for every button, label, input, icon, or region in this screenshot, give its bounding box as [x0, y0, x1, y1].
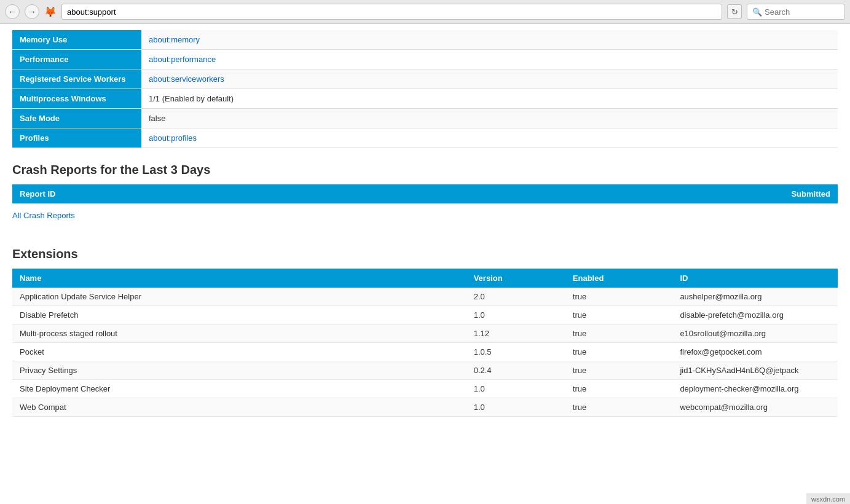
ext-col-id: ID: [672, 269, 838, 288]
table-row: Multi-process staged rollout1.12truee10s…: [12, 325, 838, 343]
info-link[interactable]: about:profiles: [149, 133, 197, 143]
ext-cell-version: 0.2.4: [466, 361, 565, 380]
page-content: Memory Useabout:memoryPerformanceabout:p…: [0, 24, 850, 429]
ext-cell-enabled: true: [565, 343, 673, 361]
crash-col-report-id: Report ID: [12, 184, 549, 203]
ext-col-enabled: Enabled: [565, 269, 673, 288]
ext-cell-enabled: true: [565, 306, 673, 325]
extensions-table: Name Version Enabled ID Application Upda…: [12, 269, 838, 417]
info-link[interactable]: about:memory: [149, 35, 200, 44]
ext-cell-name: Pocket: [12, 343, 466, 361]
ext-cell-version: 1.12: [466, 325, 565, 343]
ext-cell-version: 1.0: [466, 380, 565, 398]
info-link[interactable]: about:performance: [149, 55, 216, 64]
info-table: Memory Useabout:memoryPerformanceabout:p…: [12, 30, 838, 148]
table-row: Multiprocess Windows1/1 (Enabled by defa…: [12, 89, 838, 109]
info-label: Safe Mode: [12, 109, 141, 128]
ext-cell-enabled: true: [565, 288, 673, 306]
info-value[interactable]: about:profiles: [141, 128, 838, 148]
extensions-section-heading: Extensions: [12, 247, 838, 261]
ext-cell-version: 2.0: [466, 288, 565, 306]
table-row: Site Deployment Checker1.0truedeployment…: [12, 380, 838, 398]
table-row: Memory Useabout:memory: [12, 30, 838, 50]
ext-cell-version: 1.0: [466, 306, 565, 325]
info-value[interactable]: about:memory: [141, 30, 838, 50]
info-value: false: [141, 109, 838, 128]
ext-cell-id: e10srollout@mozilla.org: [672, 325, 838, 343]
ext-cell-name: Application Update Service Helper: [12, 288, 466, 306]
address-bar[interactable]: [61, 4, 722, 20]
table-row: Privacy Settings0.2.4truejid1-CKHySAadH4…: [12, 361, 838, 380]
ext-cell-id: jid1-CKHySAadH4nL6Q@jetpack: [672, 361, 838, 380]
table-row: Profilesabout:profiles: [12, 128, 838, 148]
back-button[interactable]: ←: [5, 4, 20, 19]
ext-cell-version: 1.0: [466, 398, 565, 417]
ext-cell-id: aushelper@mozilla.org: [672, 288, 838, 306]
search-box: 🔍: [747, 4, 845, 20]
ext-col-name: Name: [12, 269, 466, 288]
search-input[interactable]: [765, 7, 840, 17]
ext-cell-name: Site Deployment Checker: [12, 380, 466, 398]
info-value: 1/1 (Enabled by default): [141, 89, 838, 109]
info-label: Registered Service Workers: [12, 69, 141, 89]
info-label: Multiprocess Windows: [12, 89, 141, 109]
info-label: Profiles: [12, 128, 141, 148]
crash-section-heading: Crash Reports for the Last 3 Days: [12, 163, 838, 177]
crash-table: Report ID Submitted: [12, 184, 838, 203]
ext-cell-enabled: true: [565, 361, 673, 380]
reload-button[interactable]: ↻: [727, 4, 742, 19]
table-row: Performanceabout:performance: [12, 50, 838, 69]
ext-cell-enabled: true: [565, 325, 673, 343]
ext-cell-name: Privacy Settings: [12, 361, 466, 380]
table-row: Registered Service Workersabout:servicew…: [12, 69, 838, 89]
ext-cell-id: webcompat@mozilla.org: [672, 398, 838, 417]
info-label: Memory Use: [12, 30, 141, 50]
browser-toolbar: ← → 🦊 ↻ 🔍: [0, 0, 850, 24]
ext-col-version: Version: [466, 269, 565, 288]
ext-cell-id: deployment-checker@mozilla.org: [672, 380, 838, 398]
table-row: Disable Prefetch1.0truedisable-prefetch@…: [12, 306, 838, 325]
ext-cell-name: Disable Prefetch: [12, 306, 466, 325]
info-label: Performance: [12, 50, 141, 69]
ext-cell-enabled: true: [565, 380, 673, 398]
ext-cell-version: 1.0.5: [466, 343, 565, 361]
info-value[interactable]: about:serviceworkers: [141, 69, 838, 89]
table-row: Application Update Service Helper2.0true…: [12, 288, 838, 306]
all-crash-reports-link[interactable]: All Crash Reports: [12, 211, 75, 220]
info-value[interactable]: about:performance: [141, 50, 838, 69]
table-row: Web Compat1.0truewebcompat@mozilla.org: [12, 398, 838, 417]
info-link[interactable]: about:serviceworkers: [149, 74, 224, 84]
ext-cell-id: disable-prefetch@mozilla.org: [672, 306, 838, 325]
ext-cell-name: Multi-process staged rollout: [12, 325, 466, 343]
firefox-icon: 🦊: [44, 6, 57, 18]
ext-cell-name: Web Compat: [12, 398, 466, 417]
table-row: Safe Modefalse: [12, 109, 838, 128]
search-icon: 🔍: [752, 7, 762, 17]
ext-cell-enabled: true: [565, 398, 673, 417]
table-row: Pocket1.0.5truefirefox@getpocket.com: [12, 343, 838, 361]
forward-button[interactable]: →: [25, 4, 39, 19]
ext-cell-id: firefox@getpocket.com: [672, 343, 838, 361]
crash-col-submitted: Submitted: [549, 184, 838, 203]
